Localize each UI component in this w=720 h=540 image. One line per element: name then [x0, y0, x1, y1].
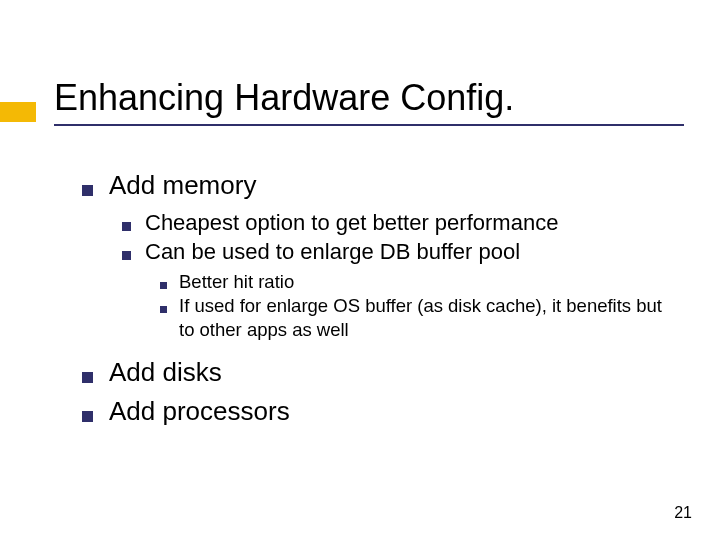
square-bullet-icon — [122, 251, 131, 260]
bullet-list-lvl3: Better hit ratio If used for enlarge OS … — [160, 270, 680, 341]
bullet-text: Better hit ratio — [179, 270, 294, 294]
title-area: Enhancing Hardware Config. — [54, 78, 680, 126]
square-bullet-icon — [160, 306, 167, 313]
square-bullet-icon — [82, 411, 93, 422]
square-bullet-icon — [122, 222, 131, 231]
list-item: If used for enlarge OS buffer (as disk c… — [160, 294, 680, 341]
list-item: Add processors — [82, 394, 680, 429]
list-item: Better hit ratio — [160, 270, 680, 294]
page-number: 21 — [674, 504, 692, 522]
accent-block — [0, 102, 36, 122]
square-bullet-icon — [160, 282, 167, 289]
title-underline — [54, 124, 684, 126]
list-item: Add memory Cheapest option to get better… — [82, 168, 680, 341]
square-bullet-icon — [82, 372, 93, 383]
bullet-text: Cheapest option to get better performanc… — [145, 209, 558, 238]
bullet-text: Can be used to enlarge DB buffer pool — [145, 238, 520, 267]
bullet-list-lvl1: Add memory Cheapest option to get better… — [82, 168, 680, 429]
bullet-text: Add disks — [109, 355, 222, 390]
slide-body: Add memory Cheapest option to get better… — [82, 168, 680, 433]
bullet-list-lvl2: Cheapest option to get better performanc… — [122, 209, 680, 341]
bullet-text: Add processors — [109, 394, 290, 429]
bullet-text: If used for enlarge OS buffer (as disk c… — [179, 294, 680, 341]
square-bullet-icon — [82, 185, 93, 196]
list-item: Cheapest option to get better performanc… — [122, 209, 680, 238]
list-item: Can be used to enlarge DB buffer pool Be… — [122, 238, 680, 342]
slide-title: Enhancing Hardware Config. — [54, 78, 680, 128]
list-item: Add disks — [82, 355, 680, 390]
bullet-text: Add memory — [109, 168, 256, 203]
